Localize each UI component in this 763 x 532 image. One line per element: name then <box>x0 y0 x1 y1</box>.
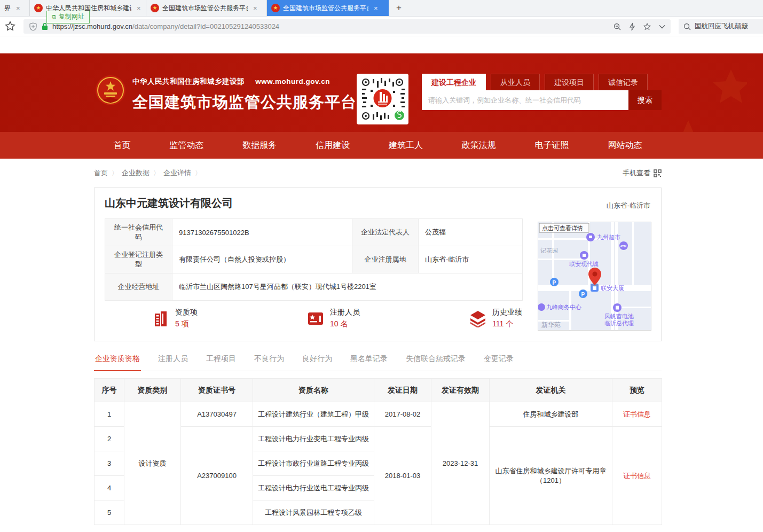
stat-qualifications[interactable]: 资质项5 项 <box>152 308 198 329</box>
issuing-authority: 住房和城乡建设部 <box>490 402 612 427</box>
tab-projects[interactable]: 工程项目 <box>205 354 237 371</box>
breadcrumb-company-detail[interactable]: 企业详情 <box>163 168 191 178</box>
browser-tab-3-active[interactable]: ★ 全国建筑市场监管公共服务平台 × <box>267 0 389 16</box>
table-header-row: 序号 资质类别 资质证书号 资质名称 发证日期 发证有效期 发证机关 预览 <box>95 379 662 402</box>
browser-tab-2[interactable]: ★ 全国建筑市场监管公共服务平台 × <box>146 0 267 16</box>
browser-tab-bar: 界 × ★ 中华人民共和国住房和城乡建设 × ★ 全国建筑市场监管公共服务平台 … <box>0 0 763 17</box>
search-tab-project[interactable]: 建设项目 <box>545 74 594 90</box>
company-summary-card: 山东中元建筑设计有限公司 山东省-临沂市 统一社会信用代码 9137130267… <box>94 187 662 341</box>
chevron-right-icon: 〉 <box>153 169 160 178</box>
browser-tab-0[interactable]: 界 × <box>0 0 30 16</box>
qual-name: 工程设计风景园林工程专项乙级 <box>253 500 374 525</box>
browser-toolbar: https://jzsc.mohurd.gov.cn /data/company… <box>0 17 763 36</box>
col-header: 资质类别 <box>124 379 181 402</box>
table-row: 统一社会信用代码 91371302675501022B 企业法定代表人 公茂福 <box>105 219 523 246</box>
qual-name: 工程设计建筑行业（建筑工程）甲级 <box>253 402 374 427</box>
tab-close-icon[interactable]: × <box>374 4 378 12</box>
field-label: 企业经营地址 <box>105 273 172 301</box>
breadcrumb-company-data[interactable]: 企业数据 <box>122 168 150 178</box>
search-tab-enterprise[interactable]: 建设工程企业 <box>422 74 486 90</box>
stat-track-record[interactable]: 历史业绩111 个 <box>469 308 522 329</box>
cert-no: A237009100 <box>181 427 253 525</box>
nav-supervision[interactable]: 监管动态 <box>169 140 203 151</box>
qualification-table: 序号 资质类别 资质证书号 资质名称 发证日期 发证有效期 发证机关 预览 1 … <box>94 378 662 525</box>
nav-policy[interactable]: 政策法规 <box>462 140 496 151</box>
tab-change-records[interactable]: 变更记录 <box>483 354 515 371</box>
tab-bad-behavior[interactable]: 不良行为 <box>253 354 285 371</box>
nav-workers[interactable]: 建筑工人 <box>389 140 423 151</box>
col-header: 发证机关 <box>490 379 612 402</box>
tab-dishonesty[interactable]: 失信联合惩戒记录 <box>405 354 467 371</box>
tab-registered-personnel[interactable]: 注册人员 <box>157 354 189 371</box>
certificate-info-link[interactable]: 证书信息 <box>623 472 651 480</box>
chevron-right-icon: 〉 <box>195 169 201 178</box>
flag-star-decoration <box>656 69 747 132</box>
table-row: 企业登记注册类型 有限责任公司（自然人投资或控股） 企业注册属地 山东省-临沂市 <box>105 246 523 273</box>
company-name: 山东中元建筑设计有限公司 <box>105 196 651 210</box>
tab-qualifications[interactable]: 企业资质资格 <box>94 354 141 371</box>
copy-url-tooltip[interactable]: ⧉ 复制网址 <box>46 11 90 24</box>
field-label: 统一社会信用代码 <box>105 219 172 246</box>
nav-e-license[interactable]: 电子证照 <box>535 140 569 151</box>
search-icon <box>683 22 691 31</box>
lightning-icon[interactable] <box>629 22 635 31</box>
map-label: 九峰商务中心 <box>546 304 581 310</box>
site-branding: 中华人民共和国住房和城乡建设部 www.mohurd.gov.cn 全国建筑市场… <box>132 77 357 113</box>
nav-data-service[interactable]: 数据服务 <box>242 140 277 151</box>
map-label: 记花园 <box>540 247 558 254</box>
search-tab-personnel[interactable]: 从业人员 <box>491 74 540 90</box>
nav-credit[interactable]: 信用建设 <box>316 140 350 151</box>
qr-code-icon <box>654 169 662 177</box>
favorite-star-icon[interactable] <box>643 22 651 31</box>
hot-search-text: 国航回应飞机颠簸 <box>695 22 748 31</box>
mobile-view-link[interactable]: 手机查看 <box>623 168 662 178</box>
validity-date: 2023-12-31 <box>431 402 490 525</box>
stat-label: 注册人员 <box>330 308 360 317</box>
field-label: 企业法定代表人 <box>352 219 419 246</box>
hot-search-box[interactable]: 国航回应飞机颠簸 <box>679 19 763 34</box>
site-title: 全国建筑市场监管公共服务平台 <box>132 92 357 113</box>
nav-home[interactable]: 首页 <box>113 140 130 151</box>
nav-site-news[interactable]: 网站动态 <box>608 140 642 151</box>
stat-value: 111 个 <box>492 319 522 329</box>
qr-code <box>357 74 408 124</box>
breadcrumb-home[interactable]: 首页 <box>94 168 108 178</box>
zoom-out-icon[interactable] <box>613 22 622 31</box>
keyword-search-input[interactable] <box>422 90 628 110</box>
issue-date: 2017-08-02 <box>374 402 431 427</box>
gov-emblem-favicon: ★ <box>271 4 280 12</box>
field-value: 有限责任公司（自然人投资或控股） <box>172 246 352 273</box>
tab-good-behavior[interactable]: 良好行为 <box>301 354 333 371</box>
issue-date: 2018-01-03 <box>374 427 431 525</box>
tab-blacklist[interactable]: 黑名单记录 <box>349 354 389 371</box>
stat-registered-personnel[interactable]: 注册人员10 名 <box>306 308 360 329</box>
tab-close-icon[interactable]: × <box>253 4 257 12</box>
main-navigation: 首页 监管动态 数据服务 信用建设 建筑工人 政策法规 电子证照 网站动态 <box>0 132 763 159</box>
map-label: 新华苑 <box>541 321 561 328</box>
new-tab-button[interactable]: + <box>389 0 409 16</box>
company-stats: 资质项5 项 注册人员10 名 历史业绩11 <box>105 308 522 329</box>
tab-title: 全国建筑市场监管公共服务平台 <box>283 4 368 13</box>
issuing-authority: 山东省住房和城乡建设厅许可专用章 （1201） <box>490 427 612 525</box>
stat-value: 5 项 <box>175 319 198 329</box>
bookmarks-star-icon[interactable] <box>4 20 16 32</box>
chevron-down-icon[interactable] <box>659 25 665 29</box>
location-map[interactable]: 记花园 九州超市 ATM 联安现代城 P P 联安大厦 九峰商务中心 新华苑 <box>538 222 651 331</box>
certificate-info-link[interactable]: 证书信息 <box>623 410 651 418</box>
search-button[interactable]: 搜索 <box>628 90 662 110</box>
map-label: 联安现代城 <box>569 261 599 267</box>
map-label: 联安大厦 <box>601 285 624 291</box>
breadcrumb: 首页 〉 企业数据 〉 企业详情 〉 手机查看 <box>94 168 662 178</box>
search-category-tabs: 建设工程企业 从业人员 建设项目 诚信记录 <box>422 74 662 90</box>
site-safety-icon[interactable] <box>29 22 37 31</box>
tab-close-icon[interactable]: × <box>16 4 20 12</box>
map-label: 临沂总代理 <box>604 320 634 326</box>
site-header: 中华人民共和国住房和城乡建设部 www.mohurd.gov.cn 全国建筑市场… <box>0 53 763 132</box>
col-header: 预览 <box>612 379 662 402</box>
tab-close-icon[interactable]: × <box>137 4 141 12</box>
parking-icon: P <box>581 292 585 298</box>
address-bar[interactable]: https://jzsc.mohurd.gov.cn /data/company… <box>23 19 671 34</box>
search-tab-credit[interactable]: 诚信记录 <box>599 74 648 90</box>
field-value: 公茂福 <box>419 219 523 246</box>
copy-icon: ⧉ <box>52 13 56 20</box>
